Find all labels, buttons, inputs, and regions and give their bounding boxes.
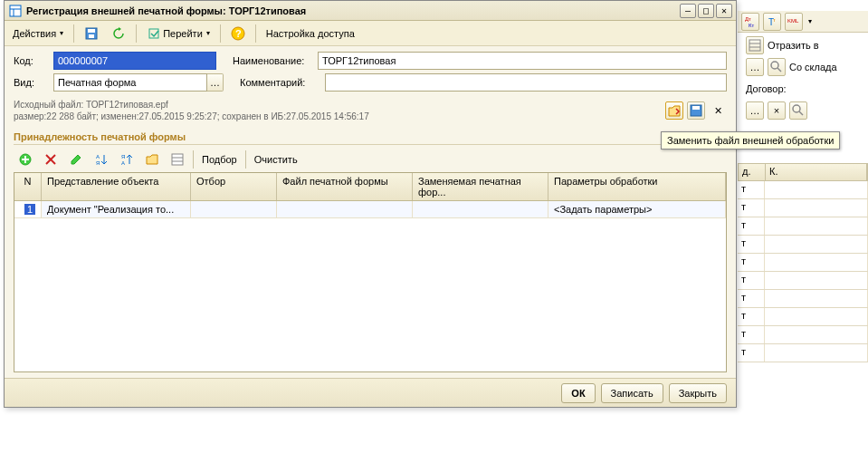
th-file[interactable]: Файл печатной формы xyxy=(277,173,413,200)
cell-file xyxy=(277,201,413,217)
comment-input[interactable] xyxy=(325,73,727,92)
write-button[interactable]: Записать xyxy=(601,383,663,403)
bg-btn-dtkt[interactable]: ДтКт xyxy=(741,13,759,31)
bg-row[interactable]: т xyxy=(738,217,868,236)
dialog-body: Код: Наименование: Вид: … Комментарий: И… xyxy=(5,46,736,378)
bg-row[interactable]: т xyxy=(738,344,868,362)
add-row-button[interactable] xyxy=(14,150,37,169)
svg-text:Кт: Кт xyxy=(749,23,754,28)
goto-label: Перейти xyxy=(163,28,203,39)
maximize-button[interactable]: □ xyxy=(698,4,714,18)
bg-btn-t[interactable]: Tт xyxy=(763,13,781,31)
bg-dots-btn[interactable]: … xyxy=(746,58,764,76)
bg-grid-icon[interactable] xyxy=(746,36,764,54)
svg-text:A: A xyxy=(121,160,125,166)
svg-text:KML: KML xyxy=(787,18,799,24)
type-picker-button[interactable]: … xyxy=(207,73,224,92)
bg-search-btn-2[interactable] xyxy=(789,101,807,120)
th-replaced[interactable]: Заменяемая печатная фор... xyxy=(413,173,548,200)
select-button[interactable]: Подбор xyxy=(197,150,242,169)
dialog-title: Регистрация внешней печатной формы: ТОРГ… xyxy=(26,5,680,16)
bg-row[interactable]: т xyxy=(738,236,868,254)
access-settings-button[interactable]: Настройка доступа xyxy=(262,24,359,43)
goto-menu[interactable]: Перейти▾ xyxy=(142,24,215,43)
name-label: Наименование: xyxy=(233,55,314,66)
select-label: Подбор xyxy=(202,154,237,165)
bg-row[interactable]: т xyxy=(738,181,868,199)
bg-x-btn[interactable]: × xyxy=(768,101,786,120)
edit-row-button[interactable] xyxy=(64,150,88,169)
titlebar: Регистрация внешней печатной формы: ТОРГ… xyxy=(5,1,736,21)
save-file-button[interactable] xyxy=(687,101,705,120)
dialog: Регистрация внешней печатной формы: ТОРГ… xyxy=(4,0,737,408)
close-dialog-button[interactable]: Закрыть xyxy=(669,383,727,403)
close-button[interactable]: ✕ xyxy=(716,4,732,18)
bg-dots-btn-2[interactable]: … xyxy=(746,101,764,120)
section-title: Принадлежность печатной формы xyxy=(14,131,727,145)
file-info-line1: Исходный файл: ТОРГ12типовая.epf xyxy=(14,99,369,111)
bg-th-d: д. xyxy=(739,164,766,180)
file-info-line2: размер:22 288 байт; изменен:27.05.2015 9… xyxy=(14,111,369,122)
svg-rect-17 xyxy=(89,34,94,38)
help-button[interactable]: ? xyxy=(226,24,250,43)
minimize-button[interactable]: — xyxy=(680,4,696,18)
chevron-down-icon: ▾ xyxy=(808,17,812,25)
svg-text:т: т xyxy=(773,17,776,23)
bg-th-k: К. xyxy=(766,164,867,180)
actions-menu[interactable]: Действия▾ xyxy=(8,24,68,43)
th-representation[interactable]: Представление объекта xyxy=(42,173,191,200)
chevron-down-icon: ▾ xyxy=(206,29,210,37)
svg-rect-22 xyxy=(692,106,700,110)
bg-row[interactable]: т xyxy=(738,326,868,344)
svg-rect-16 xyxy=(88,29,95,33)
code-input[interactable] xyxy=(53,52,216,70)
table-header: N Представление объекта Отбор Файл печат… xyxy=(14,173,726,201)
bg-toolbar: ДтКт Tт KML ▾ xyxy=(738,11,868,33)
svg-text:Я: Я xyxy=(96,160,100,166)
tooltip: Заменить файл внешней обработки xyxy=(661,131,840,150)
svg-text:Дт: Дт xyxy=(745,16,751,22)
list-button[interactable] xyxy=(166,150,189,169)
bg-row[interactable]: т xyxy=(738,290,868,308)
form-icon xyxy=(8,4,23,18)
cell-n: 1 xyxy=(14,201,42,217)
name-input[interactable] xyxy=(318,52,727,70)
ok-button[interactable]: ОК xyxy=(561,383,595,403)
th-params[interactable]: Параметры обработки xyxy=(548,173,726,200)
bg-row[interactable]: т xyxy=(738,199,868,217)
svg-text:?: ? xyxy=(235,28,242,39)
cell-representation: Документ "Реализация то... xyxy=(42,201,191,217)
save-button[interactable] xyxy=(80,24,103,43)
bg-label-warehouse: Со склада xyxy=(789,62,837,72)
svg-rect-5 xyxy=(749,40,760,51)
delete-row-button[interactable] xyxy=(39,150,62,169)
delete-file-button[interactable]: ✕ xyxy=(709,101,727,120)
bg-right-panel: Отразить в … Со склада Договор: … × xyxy=(746,34,868,121)
replace-file-button[interactable] xyxy=(665,101,683,120)
sort-desc-button[interactable]: ЯA xyxy=(115,150,138,169)
th-filter[interactable]: Отбор xyxy=(191,173,277,200)
svg-line-9 xyxy=(777,68,781,72)
code-label: Код: xyxy=(14,55,50,66)
bg-label-reflect: Отразить в xyxy=(768,40,819,51)
table-row[interactable]: 1 Документ "Реализация то... <Задать пар… xyxy=(14,201,726,218)
dialog-footer: ОК Записать Закрыть xyxy=(5,378,736,407)
bg-row[interactable]: т xyxy=(738,254,868,272)
sort-asc-button[interactable]: AЯ xyxy=(90,150,113,169)
type-input[interactable] xyxy=(53,73,207,92)
bg-btn-kml[interactable]: KML xyxy=(785,13,803,31)
file-info: Исходный файл: ТОРГ12типовая.epf размер:… xyxy=(14,99,369,122)
th-n[interactable]: N xyxy=(14,173,42,200)
bg-search-btn[interactable] xyxy=(768,58,786,76)
folder-button[interactable] xyxy=(140,150,164,169)
refresh-button[interactable] xyxy=(107,24,130,43)
table-toolbar: AЯ ЯA Подбор Очистить xyxy=(14,149,727,170)
bg-row[interactable]: т xyxy=(738,272,868,290)
clear-label: Очистить xyxy=(254,154,298,165)
cell-replaced xyxy=(413,201,548,217)
bg-table: д. К. тттттттттт xyxy=(738,163,868,362)
cell-filter xyxy=(191,201,277,217)
clear-button[interactable]: Очистить xyxy=(250,150,302,169)
bg-row[interactable]: т xyxy=(738,308,868,326)
actions-label: Действия xyxy=(13,28,56,39)
